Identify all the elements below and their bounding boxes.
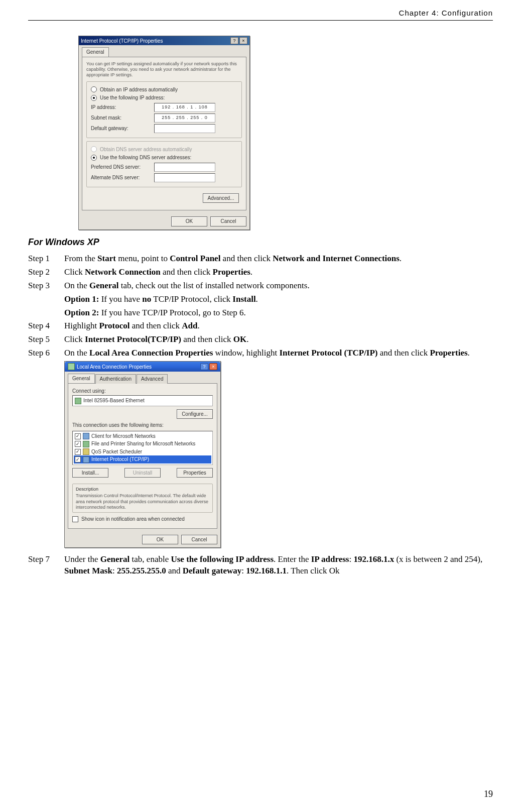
label-items: This connection uses the following items… (72, 422, 213, 429)
ok-button[interactable]: OK (142, 535, 178, 545)
radio-obtain-dns: Obtain DNS server address automatically (91, 146, 237, 153)
radio-use-ip[interactable]: Use the following IP address: (91, 94, 237, 101)
label-alternate-dns: Alternate DNS server: (91, 174, 151, 181)
list-item[interactable]: Client for Microsoft Networks (74, 432, 211, 440)
help-icon[interactable]: ? (200, 363, 208, 370)
configure-button[interactable]: Configure... (177, 409, 213, 419)
step-3-option-1: Option 1: If you have no TCP/IP Protocol… (28, 294, 493, 305)
page-header: Chapter 4: Configuration (28, 8, 493, 21)
tab-general[interactable]: General (68, 374, 95, 383)
tcpip-properties-dialog: Internet Protocol (TCP/IP) Properties ? … (78, 36, 250, 229)
components-listbox[interactable]: Client for Microsoft Networks File and P… (72, 431, 213, 465)
help-icon[interactable]: ? (230, 37, 238, 44)
tab-general[interactable]: General (82, 47, 109, 57)
advanced-button[interactable]: Advanced... (203, 193, 239, 203)
subnet-mask-field[interactable]: 255 . 255 . 255 . 0 (154, 113, 215, 123)
radio-obtain-ip[interactable]: Obtain an IP address automatically (91, 86, 237, 93)
dialog-title: Local Area Connection Properties (77, 364, 152, 371)
lac-properties-dialog: Local Area Connection Properties ? × Gen… (64, 361, 221, 548)
section-title: For Windows XP (28, 236, 493, 248)
radio-use-dns[interactable]: Use the following DNS server addresses: (91, 154, 237, 161)
adapter-icon (75, 398, 81, 404)
cancel-button[interactable]: Cancel (181, 535, 217, 545)
dialog-titlebar: Internet Protocol (TCP/IP) Properties ? … (79, 36, 249, 45)
preferred-dns-field[interactable] (154, 163, 215, 172)
checkbox-show-icon[interactable]: Show icon in notification area when conn… (72, 516, 213, 523)
step-6: Step 6 On the Local Area Connection Prop… (28, 347, 493, 359)
label-description: Description (76, 486, 209, 492)
label-ip-address: IP address: (91, 104, 151, 111)
step-3-option-2: Option 2: If you have TCP/IP Protocol, g… (28, 307, 493, 319)
label-subnet-mask: Subnet mask: (91, 114, 151, 122)
list-item-selected[interactable]: Internet Protocol (TCP/IP) (74, 455, 211, 463)
step-1: Step 1 From the Start menu, point to Con… (28, 253, 493, 265)
cancel-button[interactable]: Cancel (210, 216, 246, 226)
list-item[interactable]: File and Printer Sharing for Microsoft N… (74, 440, 211, 448)
steps-list: Step 1 From the Start menu, point to Con… (28, 253, 493, 360)
close-icon[interactable]: × (239, 37, 247, 44)
network-icon (68, 363, 75, 370)
default-gateway-field[interactable] (154, 124, 215, 133)
alternate-dns-field[interactable] (154, 173, 215, 182)
label-preferred-dns: Preferred DNS server: (91, 164, 151, 171)
ip-address-field[interactable]: 192 . 168 . 1 . 108 (154, 103, 215, 112)
step-3: Step 3 On the General tab, check out the… (28, 280, 493, 292)
label-connect-using: Connect using: (72, 388, 213, 395)
label-default-gateway: Default gateway: (91, 125, 151, 132)
uninstall-button: Uninstall (124, 468, 161, 478)
tab-authentication[interactable]: Authentication (95, 374, 136, 384)
list-item[interactable]: QoS Packet Scheduler (74, 448, 211, 456)
description-text: Transmission Control Protocol/Internet P… (76, 493, 209, 510)
dialog-description: You can get IP settings assigned automat… (86, 61, 242, 78)
step-5: Step 5 Click Internet Protocol(TCP/IP) a… (28, 334, 493, 345)
dialog-titlebar: Local Area Connection Properties ? × (65, 362, 220, 372)
properties-button[interactable]: Properties (177, 468, 213, 478)
adapter-box: Intel 82595-Based Ethernet (72, 395, 213, 406)
close-icon[interactable]: × (209, 363, 217, 370)
step-7: Step 7 Under the General tab, enable Use… (28, 554, 493, 577)
steps-list-cont: Step 7 Under the General tab, enable Use… (28, 554, 493, 577)
step-4: Step 4 Highlight Protocol and then click… (28, 320, 493, 332)
chapter-title: Chapter 4: Configuration (399, 9, 493, 17)
tab-advanced[interactable]: Advanced (137, 374, 168, 384)
install-button[interactable]: Install... (72, 468, 108, 478)
dialog-title: Internet Protocol (TCP/IP) Properties (81, 38, 163, 45)
step-2: Step 2 Click Network Connection and then… (28, 267, 493, 278)
ok-button[interactable]: OK (171, 216, 207, 226)
